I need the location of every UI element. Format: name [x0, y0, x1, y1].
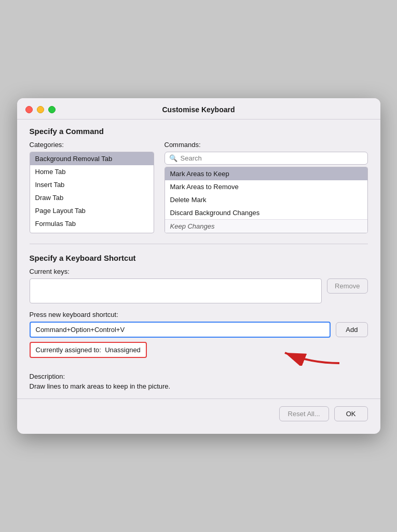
categories-list[interactable]: Background Removal Tab Home Tab Insert T… [30, 152, 154, 233]
commands-list[interactable]: Mark Areas to Keep Mark Areas to Remove … [165, 167, 368, 233]
content-area: Specify a Command Categories: Commands: … [17, 127, 380, 390]
close-button[interactable] [25, 106, 33, 113]
titlebar-divider [17, 119, 380, 119]
search-icon: 🔍 [169, 154, 177, 162]
traffic-lights [25, 106, 56, 113]
category-item-draw-tab[interactable]: Draw Tab [30, 191, 154, 204]
current-keys-label: Current keys: [30, 268, 368, 275]
commands-panel: 🔍 Mark Areas to Keep Mark Areas to Remov… [165, 152, 368, 233]
assigned-container: Currently assigned to: Unassigned [30, 342, 368, 365]
ok-button[interactable]: OK [334, 406, 368, 421]
shortcut-input[interactable] [30, 322, 331, 338]
category-item-formulas-tab[interactable]: Formulas Tab [30, 217, 154, 230]
keyboard-shortcut-section: Specify a Keyboard Shortcut Current keys… [30, 254, 368, 390]
current-keys-row: Remove [30, 278, 368, 303]
column-labels: Categories: Commands: [30, 141, 368, 149]
assigned-to-box: Currently assigned to: Unassigned [30, 342, 147, 358]
command-item-discard-background[interactable]: Discard Background Changes [165, 206, 367, 219]
description-label: Description: [30, 373, 368, 380]
category-item-home-tab[interactable]: Home Tab [30, 165, 154, 178]
titlebar: Customise Keyboard [17, 98, 380, 119]
keyboard-shortcut-title: Specify a Keyboard Shortcut [30, 254, 368, 262]
commands-label: Commands: [165, 141, 368, 149]
specify-command-title: Specify a Command [30, 127, 368, 136]
category-item-page-layout-tab[interactable]: Page Layout Tab [30, 204, 154, 217]
search-box[interactable]: 🔍 [165, 152, 368, 165]
window-title: Customise Keyboard [162, 105, 235, 114]
command-item-mark-areas-remove[interactable]: Mark Areas to Remove [165, 180, 367, 193]
section-divider [30, 244, 368, 244]
specify-command-section: Specify a Command Categories: Commands: … [30, 127, 368, 233]
category-item-insert-tab[interactable]: Insert Tab [30, 178, 154, 191]
search-input[interactable] [181, 154, 363, 162]
columns-row: Background Removal Tab Home Tab Insert T… [30, 152, 368, 233]
new-shortcut-row: Add [30, 322, 368, 338]
remove-button[interactable]: Remove [327, 278, 367, 294]
maximize-button[interactable] [48, 106, 56, 113]
categories-label: Categories: [30, 141, 154, 149]
reset-all-button[interactable]: Reset All... [279, 406, 329, 421]
command-item-mark-areas-keep[interactable]: Mark Areas to Keep [165, 167, 367, 180]
assigned-to-value: Unassigned [105, 346, 141, 354]
command-item-delete-mark[interactable]: Delete Mark [165, 193, 367, 206]
command-item-keep-changes[interactable]: Keep Changes [165, 219, 367, 233]
category-item-background-removal-tab[interactable]: Background Removal Tab [30, 152, 154, 165]
current-keys-input[interactable] [30, 278, 322, 303]
press-new-label: Press new keyboard shortcut: [30, 311, 368, 318]
red-arrow [280, 340, 342, 368]
add-button[interactable]: Add [336, 322, 367, 337]
description-text: Draw lines to mark areas to keep in the … [30, 382, 368, 390]
main-window: Customise Keyboard Specify a Command Cat… [17, 98, 380, 434]
assigned-to-label: Currently assigned to: [36, 346, 101, 354]
bottom-buttons: Reset All... OK [17, 399, 380, 423]
minimize-button[interactable] [37, 106, 44, 113]
